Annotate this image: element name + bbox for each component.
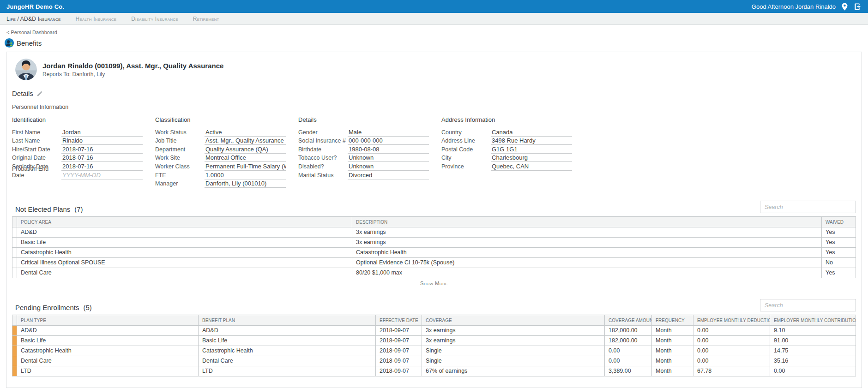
col-policy-area[interactable]: POLICY AREA	[17, 217, 352, 227]
cell-effective-date: 2018-09-07	[376, 356, 422, 366]
field-label: Marital Status	[298, 172, 348, 179]
field-province: Province Quebec, CAN	[441, 162, 572, 171]
accent-column-header	[12, 217, 17, 227]
col-frequency[interactable]: FREQUENCY	[652, 315, 693, 326]
work-status-input[interactable]: Active	[205, 129, 286, 137]
department-input[interactable]: Quality Assurance (QA)	[205, 146, 286, 154]
breadcrumb[interactable]: < Personal Dashboard	[6, 30, 57, 35]
field-label: Worker Class	[155, 163, 205, 171]
field-city: City Charlesbourg	[441, 154, 572, 162]
field-label: Postal Code	[441, 146, 491, 154]
col-coverage-amount[interactable]: COVERAGE AMOUNT	[605, 315, 652, 326]
tab-disability-insurance[interactable]: Disability Insurance	[131, 16, 178, 22]
cell-benefit-plan: Catastrophic Health	[199, 346, 376, 356]
cell-coverage-amount: 182,000.00	[605, 336, 652, 346]
field-label: Social Insurance #	[298, 137, 348, 145]
field-job-title: Job Title Asst. Mgr., Quality Assurance	[155, 137, 286, 145]
table-row[interactable]: Catastrophic Health Catastrophic Health …	[12, 248, 856, 258]
province-input[interactable]: Quebec, CAN	[491, 163, 572, 171]
table-row[interactable]: Dental Care Dental Care 2018-09-07 Singl…	[12, 356, 856, 366]
field-work-status: Work Status Active	[155, 128, 286, 137]
col-employer-monthly-contribution[interactable]: EMPLOYER MONTHLY CONTRIBUTION	[770, 315, 856, 326]
tobacco-user-input[interactable]: Unknown	[348, 154, 429, 162]
postal-code-input[interactable]: G1G 1G1	[491, 146, 572, 154]
table-row[interactable]: Basic Life Basic Life 2018-09-07 3x earn…	[12, 336, 856, 346]
field-worker-class: Worker Class Permanent Full-Time Salary …	[155, 162, 286, 171]
address-line-input[interactable]: 3498 Rue Hardy	[491, 137, 572, 145]
field-manager: Manager Danforth, Lily (001010)	[155, 179, 286, 188]
employee-name: Jordan Rinaldo (001099), Asst. Mgr., Qua…	[42, 62, 223, 70]
disabled-input[interactable]: Unknown	[348, 163, 429, 171]
not-elected-search-input[interactable]	[760, 201, 856, 213]
table-row[interactable]: AD&D AD&D 2018-09-07 3x earnings 182,000…	[12, 326, 856, 336]
social-insurance-input[interactable]: 000-000-000	[348, 137, 429, 145]
gender-input[interactable]: Male	[348, 129, 429, 137]
col-plan-type[interactable]: PLAN TYPE	[17, 315, 199, 326]
marital-status-input[interactable]: Divorced	[348, 172, 429, 179]
field-birthdate: Birthdate 1980-08-08	[298, 145, 429, 154]
last-name-input[interactable]: Rinaldo	[61, 137, 143, 145]
manager-input[interactable]: Danforth, Lily (001010)	[205, 180, 286, 188]
table-row[interactable]: Basic Life 3x earnings Yes	[12, 238, 856, 248]
original-date-input[interactable]: 2018-07-16	[61, 154, 143, 162]
worker-class-input[interactable]: Permanent Full-Time Salary (WEFS)	[205, 163, 286, 171]
field-fte: FTE 1.0000	[155, 171, 286, 179]
tab-retirement[interactable]: Retirement	[193, 16, 219, 22]
job-title-input[interactable]: Asst. Mgr., Quality Assurance	[205, 137, 286, 145]
field-department: Department Quality Assurance (QA)	[155, 145, 286, 154]
page-title-row: Benefits	[0, 36, 868, 52]
employee-header: Jordan Rinaldo (001099), Asst. Mgr., Qua…	[12, 59, 856, 80]
topbar: JungoHR Demo Co. Good Afternoon Jordan R…	[0, 0, 868, 13]
group-address: Address Information Country Canada Addre…	[441, 116, 572, 188]
cell-benefit-plan: Basic Life	[199, 336, 376, 346]
cell-employee-monthly-deduction: 0.00	[693, 336, 770, 346]
cell-coverage: Single	[422, 356, 605, 366]
row-accent	[12, 346, 17, 356]
table-row[interactable]: Critical Illness Optional SPOUSE Optiona…	[12, 258, 856, 268]
col-effective-date[interactable]: EFFECTIVE DATE	[376, 315, 422, 326]
col-employee-monthly-deduction[interactable]: EMPLOYEE MONTHLY DEDUCTION	[693, 315, 770, 326]
field-tobacco-user: Tobacco User? Unknown	[298, 154, 429, 162]
sign-out-icon[interactable]	[854, 3, 862, 11]
field-label: Country	[441, 129, 491, 137]
pending-search-input[interactable]	[760, 299, 856, 311]
field-country: Country Canada	[441, 128, 572, 137]
cell-plan-type: AD&D	[17, 326, 199, 336]
greeting-text: Good Afternoon Jordan Rinaldo	[752, 3, 836, 10]
work-site-input[interactable]: Montreal Office	[205, 154, 286, 162]
table-row[interactable]: Dental Care 80/20 $1,000 max Yes	[12, 268, 856, 278]
table-row[interactable]: LTD LTD 2018-09-07 67% of earnings 3,389…	[12, 366, 856, 376]
show-more-button[interactable]: Show More	[12, 278, 856, 286]
location-pin-icon[interactable]	[842, 3, 848, 11]
col-description[interactable]: DESCRIPTION	[352, 217, 822, 227]
col-waived[interactable]: WAIVED	[822, 217, 856, 227]
tab-life-add-insurance[interactable]: Life / AD&D Insurance	[6, 16, 61, 22]
tab-health-insurance[interactable]: Health Insurance	[76, 16, 117, 22]
birthdate-input[interactable]: 1980-08-08	[348, 146, 429, 154]
pencil-icon[interactable]	[36, 90, 43, 97]
first-name-input[interactable]: Jordan	[61, 129, 143, 137]
fte-input[interactable]: 1.0000	[205, 172, 286, 179]
field-marital-status: Marital Status Divorced	[298, 171, 429, 179]
seniority-date-input[interactable]: 2018-07-16	[61, 163, 143, 171]
group-header: Details	[298, 116, 429, 123]
cell-description: Optional Evidence CI 10-75k (Spouse)	[352, 258, 822, 268]
field-label: Tobacco User?	[298, 155, 348, 162]
col-benefit-plan[interactable]: BENEFIT PLAN	[199, 315, 376, 326]
module-nav: Life / AD&D Insurance Health Insurance D…	[0, 13, 868, 25]
table-row[interactable]: AD&D 3x earnings Yes	[12, 227, 856, 238]
hire-start-date-input[interactable]: 2018-07-16	[61, 146, 143, 154]
row-accent	[12, 238, 17, 248]
city-input[interactable]: Charlesbourg	[491, 154, 572, 162]
table-row[interactable]: Catastrophic Health Catastrophic Health …	[12, 346, 856, 356]
cell-employee-monthly-deduction: 0.00	[693, 346, 770, 356]
cell-employee-monthly-deduction: 67.78	[693, 366, 770, 376]
cell-policy-area: Dental Care	[17, 268, 352, 278]
col-coverage[interactable]: COVERAGE	[422, 315, 605, 326]
field-label: Original Date	[12, 155, 61, 162]
breadcrumb-row: < Personal Dashboard	[0, 25, 868, 36]
details-title-row: Details	[12, 90, 856, 97]
country-input[interactable]: Canada	[491, 129, 572, 137]
probation-end-date-input[interactable]: YYYY-MM-DD	[61, 172, 143, 179]
cell-plan-type: Basic Life	[17, 336, 199, 346]
